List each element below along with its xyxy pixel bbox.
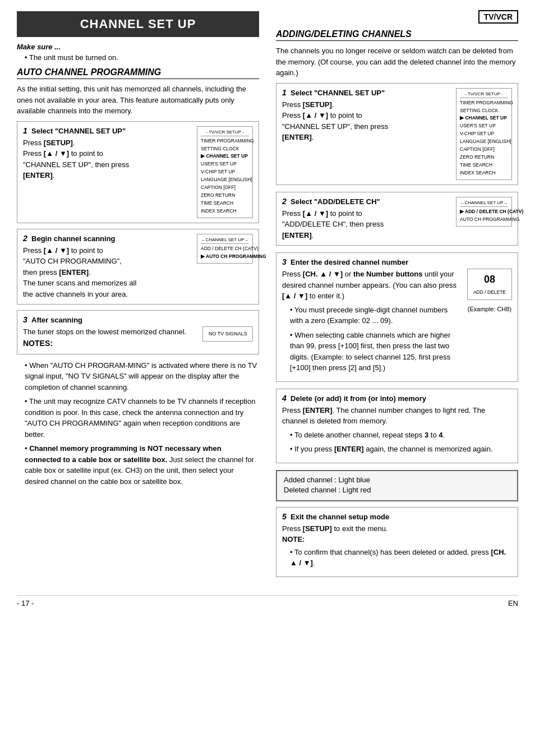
r-menu-clock: SETTING CLOCK — [460, 107, 508, 115]
add-delete-display-label: ADD / DELETE — [473, 289, 506, 295]
make-sure-label: Make sure ... — [17, 43, 259, 51]
right-step1-content: Press [SETUP]. Press [▲ / ▼] to point to… — [282, 99, 453, 143]
menu-item-caption: CAPTION [OFF] — [201, 184, 249, 192]
r-menu-caption: CAPTION [OFF] — [460, 146, 508, 154]
ch-example-label: (Example: CH8) — [468, 305, 511, 314]
right-step5-content: Press [SETUP] to exit the menu. NOTE: • … — [282, 523, 512, 569]
menu-item-vchip: V-CHIP SET UP — [201, 168, 249, 176]
right-step2-title: Select "ADD/DELETE CH" — [290, 197, 380, 206]
right-step4-number: 4 — [282, 394, 287, 403]
right-step5-note1: • To confirm that channel(s) has been de… — [290, 547, 512, 569]
footer-page-number: - 17 - — [17, 599, 34, 607]
menu-item-auto-ch: AUTO CH PROGRAMMING — [201, 253, 249, 261]
left-step3-number: 3 — [23, 315, 27, 324]
left-step2-number: 2 — [23, 234, 27, 243]
r-menu-channel-set: CHANNEL SET UP — [460, 114, 508, 122]
menu-item-clock: SETTING CLOCK — [201, 145, 249, 153]
left-notes-section: • When "AUTO CH PROGRAM-MING" is activat… — [17, 360, 259, 487]
left-step3-content: The tuner stops on the lowest memorized … — [23, 326, 253, 349]
tv-vcr-badge: TV/VCR — [478, 10, 518, 24]
ch-number-display: 08 ADD / DELETE — [467, 269, 512, 300]
footer-language: EN — [508, 599, 518, 607]
make-sure-bullet: • The unit must be turned on. — [25, 53, 259, 62]
left-step1-number: 1 — [23, 126, 27, 135]
right-step5-box: 5 Exit the channel setup mode Press [SET… — [276, 507, 518, 577]
left-step3-box: 3 After scanning The tuner stops on the … — [17, 310, 259, 354]
r-menu-timer: TIMER PROGRAMMING — [460, 99, 508, 107]
right-step4-note1: • To delete another channel, repeat step… — [290, 430, 512, 441]
page-container: CHANNEL SET UP Make sure ... • The unit … — [17, 11, 518, 584]
r-menu-vchip: V-CHIP SET UP — [460, 130, 508, 138]
right-step2-menu: – CHANNEL SET UP – ADD / DELETE CH (CATV… — [456, 197, 512, 227]
r-menu-index: INDEX SEARCH — [460, 169, 508, 177]
right-step4-content: Press [ENTER]. The channel number change… — [282, 405, 512, 455]
right-step1-text: 1 Select "CHANNEL SET UP" Press [SETUP].… — [282, 88, 453, 143]
left-step1-menu: - TV/VCR SETUP - TIMER PROGRAMMING SETTI… — [197, 126, 253, 218]
right-step5-title: Exit the channel setup mode — [290, 513, 389, 521]
right-step2-number: 2 — [282, 197, 287, 206]
left-note2: • The unit may recognize CATV channels t… — [25, 396, 259, 440]
menu-item-timer: TIMER PROGRAMMING — [201, 137, 249, 145]
right-column: TV/VCR ADDING/DELETING CHANNELS The chan… — [276, 11, 518, 584]
auto-section-text: As the initial setting, this unit has me… — [17, 84, 259, 117]
left-step2-menu-header: – CHANNEL SET UP – — [201, 237, 249, 244]
right-step3-content: Press [CH. ▲ / ▼] or the Number buttons … — [282, 269, 512, 377]
right-section-text: The channels you no longer receive or se… — [276, 45, 518, 79]
left-step2-content: Press [▲ / ▼] to point to "AUTO CH PROGR… — [23, 245, 193, 300]
right-step3-number: 3 — [282, 257, 287, 266]
right-step1-menu: - TV/VCR SETUP - TIMER PROGRAMMING SETTI… — [456, 88, 512, 180]
right-step3-title: Enter the desired channel number — [290, 258, 408, 266]
menu-item-users: USER'S SET UP — [201, 160, 249, 168]
color-info-box: Added channel : Light blue Deleted chann… — [276, 470, 518, 501]
right-step3-main-text: Press [CH. ▲ / ▼] or the Number buttons … — [282, 269, 462, 377]
menu-item-time-search: TIME SEARCH — [201, 200, 249, 208]
left-column: CHANNEL SET UP Make sure ... • The unit … — [17, 11, 259, 584]
left-step1-title: Select "CHANNEL SET UP" — [31, 127, 126, 135]
right-step3-box: 3 Enter the desired channel number Press… — [276, 252, 518, 382]
right-step2-menu-header: – CHANNEL SET UP – — [460, 200, 508, 207]
left-note1: • When "AUTO CH PROGRAM-MING" is activat… — [25, 360, 259, 393]
left-step3-text1: The tuner stops on the lowest memorized … — [23, 328, 186, 336]
left-step1-content: Press [SETUP]. Press [▲ / ▼] to point to… — [23, 137, 193, 181]
right-step1-title: Select "CHANNEL SET UP" — [290, 89, 385, 97]
right-section-title: ADDING/DELETING CHANNELS — [276, 29, 518, 41]
left-note3: • Channel memory programming is NOT nece… — [25, 443, 259, 487]
right-step1-box: 1 Select "CHANNEL SET UP" Press [SETUP].… — [276, 83, 518, 185]
left-step1-text: 1 Select "CHANNEL SET UP" Press [SETUP].… — [23, 126, 193, 181]
right-step2-box: 2 Select "ADD/DELETE CH" Press [▲ / ▼] t… — [276, 192, 518, 246]
menu-item-channel-set: CHANNEL SET UP — [201, 153, 249, 160]
right-step5-note-title: NOTE: — [282, 535, 305, 543]
menu-item-add-delete: ADD / DELETE CH (CATV) — [201, 245, 249, 253]
r-menu-add-delete: ADD / DELETE CH (CATV) — [460, 208, 508, 216]
right-step4-note2: • If you press [ENTER] again, the channe… — [290, 444, 512, 455]
right-step2-content: Press [▲ / ▼] to point to "ADD/DELETE CH… — [282, 208, 453, 241]
right-step5-number: 5 — [282, 512, 287, 521]
right-step3-note2: • When selecting cable channels which ar… — [290, 330, 462, 374]
left-no-tv-text: NO TV SIGNALS — [209, 331, 247, 336]
left-step3-title: After scanning — [31, 316, 82, 324]
left-step1-box: 1 Select "CHANNEL SET UP" Press [SETUP].… — [17, 121, 259, 223]
right-step3-note1: • You must precede single-digit channel … — [290, 305, 462, 326]
ch-number-value: 08 — [473, 273, 506, 287]
tv-vcr-row: TV/VCR — [276, 11, 518, 24]
r-menu-language: LANGUAGE [ENGLISH] — [460, 138, 508, 146]
left-step2-menu: – CHANNEL SET UP – ADD / DELETE CH (CATV… — [197, 234, 253, 264]
r-menu-zero: ZERO RETURN — [460, 154, 508, 162]
r-menu-time: TIME SEARCH — [460, 162, 508, 169]
auto-section-title: AUTO CHANNEL PROGRAMMING — [17, 67, 259, 79]
right-step4-title: Delete (or add) it from (or into) memory — [290, 394, 426, 403]
page-footer: - 17 - EN — [17, 595, 518, 607]
r-menu-auto-ch: AUTO CH PROGRAMMING — [460, 216, 508, 224]
left-step2-text: 2 Begin channel scanning Press [▲ / ▼] t… — [23, 234, 193, 300]
menu-item-index-search: INDEX SEARCH — [201, 208, 249, 215]
right-step1-number: 1 — [282, 88, 287, 97]
color-deleted-line: Deleted channel : Light red — [284, 486, 510, 494]
r-menu-users: USER'S SET UP — [460, 122, 508, 130]
right-step1-menu-header: - TV/VCR SETUP - — [460, 91, 508, 98]
menu-item-zero-return: ZERO RETURN — [201, 192, 249, 200]
right-step2-text: 2 Select "ADD/DELETE CH" Press [▲ / ▼] t… — [282, 197, 453, 241]
left-no-tv-display: NO TV SIGNALS — [202, 326, 253, 342]
left-step1-menu-header: - TV/VCR SETUP - — [201, 129, 249, 136]
left-step2-title: Begin channel scanning — [31, 234, 116, 243]
right-step3-display: 08 ADD / DELETE (Example: CH8) — [467, 269, 512, 314]
